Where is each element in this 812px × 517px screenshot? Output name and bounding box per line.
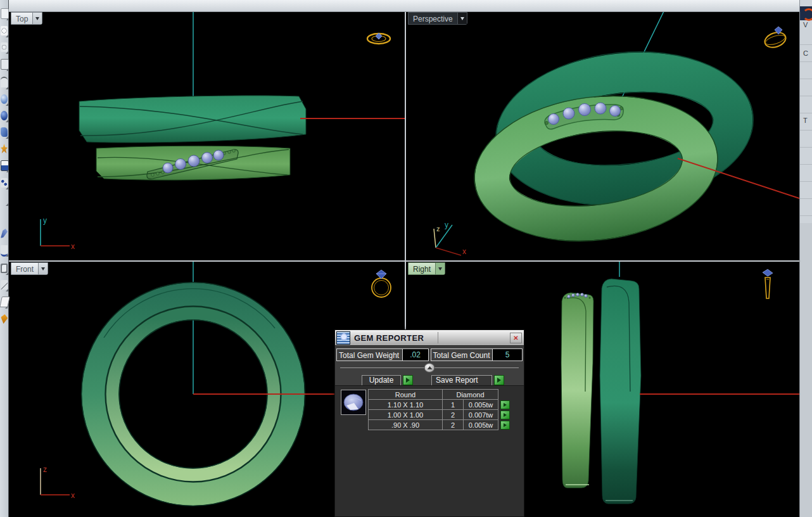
svg-text:x: x xyxy=(71,491,75,500)
gem-table-row: .90 X .90 2 0.005tw xyxy=(369,420,511,430)
squares-tool-icon[interactable] xyxy=(1,264,8,273)
play-icon xyxy=(406,378,410,383)
gem-totals-row: Total Gem Weight .02 Total Gem Count 5 xyxy=(335,346,524,362)
gem-reporter-app-icon xyxy=(336,331,350,345)
close-icon[interactable]: ✕ xyxy=(510,333,522,343)
gem-table-panel: Round Diamond 1.10 X 1.10 1 0.005tw 1.00… xyxy=(335,385,524,516)
gem-table-row: 1.10 X 1.10 1 0.005tw xyxy=(369,400,511,410)
dialog-title: GEM REPORTER xyxy=(354,333,424,343)
play-icon xyxy=(504,423,507,427)
curve-points-tool-icon[interactable] xyxy=(1,8,9,19)
gem-size-cell: 1.00 X 1.00 xyxy=(369,410,443,420)
viewport-title-perspective[interactable]: Perspective xyxy=(409,13,457,24)
gem-reporter-titlebar[interactable]: GEM REPORTER ✕ xyxy=(335,330,524,346)
shape-header-cell: Round xyxy=(369,390,443,400)
pencil-tool-icon[interactable] xyxy=(1,229,8,238)
viewport-tab-front[interactable]: Front xyxy=(11,262,48,275)
play-icon xyxy=(504,413,507,417)
sphere-tool-icon[interactable] xyxy=(1,94,8,104)
viewport-tab-perspective[interactable]: Perspective xyxy=(408,12,467,25)
polyline-tool-icon[interactable] xyxy=(1,195,8,204)
total-gem-count-label: Total Gem Count xyxy=(431,349,493,361)
svg-text:y: y xyxy=(445,220,448,229)
gem-table-row: 1.00 X 1.00 2 0.007tw xyxy=(369,410,511,420)
star-tool-icon[interactable] xyxy=(1,144,8,153)
svg-text:x: x xyxy=(462,247,466,256)
play-icon xyxy=(497,378,501,383)
ring-perspective-view-icon xyxy=(760,24,790,51)
gem-count-cell: 2 xyxy=(443,410,464,420)
svg-text:x: x xyxy=(71,242,75,251)
type-header-cell: Diamond xyxy=(443,390,498,400)
gem-thumbnail xyxy=(341,390,366,415)
total-gem-weight-box: Total Gem Weight .02 xyxy=(336,348,429,361)
gem-count-cell: 1 xyxy=(443,400,464,410)
viewport-tab-top[interactable]: Top xyxy=(11,12,42,25)
ring-side-view-icon xyxy=(758,268,778,303)
total-gem-count-box: Total Gem Count 5 xyxy=(431,348,523,361)
chevron-down-icon[interactable] xyxy=(38,263,48,274)
axis-indicator-perspective: z y x xyxy=(426,219,478,258)
gem-row-run-button[interactable] xyxy=(500,400,510,409)
gem-row-run-button[interactable] xyxy=(500,411,510,419)
gem-weight-cell: 0.007tw xyxy=(464,410,498,420)
gem-table: Round Diamond 1.10 X 1.10 1 0.005tw 1.00… xyxy=(368,389,511,430)
collapse-toggle-button[interactable] xyxy=(424,363,435,373)
blue-arc-tool-icon[interactable] xyxy=(1,245,8,257)
points-tool-icon[interactable] xyxy=(1,178,8,188)
gem-row-run-button[interactable] xyxy=(500,421,510,430)
gem-table-header-row: Round Diamond xyxy=(369,390,511,400)
save-report-run-button[interactable] xyxy=(494,375,504,385)
window-top-strip xyxy=(9,0,799,12)
left-toolbar xyxy=(0,0,9,517)
gem-count-cell: 2 xyxy=(443,420,464,430)
viewport-title-front[interactable]: Front xyxy=(11,263,38,274)
ring-top-view-icon xyxy=(364,28,393,48)
viewport-title-top[interactable]: Top xyxy=(11,13,32,24)
update-button[interactable]: Update xyxy=(362,375,401,386)
gem-size-cell: .90 X .90 xyxy=(369,420,443,430)
chevron-down-icon[interactable] xyxy=(457,13,467,24)
arc-tool-icon[interactable] xyxy=(1,77,8,87)
viewport-tab-right[interactable]: Right xyxy=(408,262,445,275)
gem-reporter-dialog: GEM REPORTER ✕ Total Gem Weight .02 Tota… xyxy=(334,329,524,517)
axis-indicator-top: y x xyxy=(30,214,78,251)
right-panel-edge: V C T xyxy=(799,0,812,517)
check-tool-icon[interactable] xyxy=(1,280,8,290)
titlebar-divider xyxy=(438,332,438,343)
viewport-top[interactable]: Top y x xyxy=(9,11,405,260)
surface-tool-icon[interactable] xyxy=(1,127,8,137)
save-report-button[interactable]: Save Report xyxy=(431,375,492,386)
gem-weight-cell: 0.005tw xyxy=(464,400,498,410)
svg-text:y: y xyxy=(43,216,47,225)
axis-indicator-front: z x xyxy=(30,463,78,500)
play-icon xyxy=(504,403,507,407)
panel-row-lines xyxy=(800,28,812,222)
panel-header-fragment xyxy=(800,6,812,20)
ellipse-tool-icon[interactable] xyxy=(1,26,8,35)
gem-size-cell: 1.10 X 1.10 xyxy=(369,400,443,410)
total-gem-weight-value: .02 xyxy=(402,349,428,361)
logo-fragment-icon xyxy=(802,8,812,21)
solid-sphere-tool-icon[interactable] xyxy=(1,111,8,120)
viewport-title-right[interactable]: Right xyxy=(409,263,435,274)
panel-bottom-fragment xyxy=(800,223,812,517)
rectangle-tool-icon[interactable] xyxy=(1,59,9,70)
total-gem-count-value: 5 xyxy=(492,349,522,361)
update-run-button[interactable] xyxy=(403,375,413,385)
chevron-down-icon[interactable] xyxy=(32,13,42,24)
svg-text:z: z xyxy=(436,225,440,233)
gem-weight-cell: 0.005tw xyxy=(464,420,498,430)
collapse-divider xyxy=(335,362,524,373)
viewport-perspective[interactable]: Perspective z y x xyxy=(406,11,799,260)
eraser-tool-icon[interactable] xyxy=(0,297,10,307)
chevron-up-icon xyxy=(427,366,432,369)
chevron-down-icon[interactable] xyxy=(435,263,445,274)
diamond-tool-icon[interactable] xyxy=(0,314,8,324)
total-gem-weight-label: Total Gem Weight xyxy=(337,349,402,361)
ring-front-view-icon xyxy=(368,268,395,300)
circle-tool-icon[interactable] xyxy=(1,42,8,52)
plane-tool-icon[interactable] xyxy=(1,160,9,171)
svg-text:z: z xyxy=(43,465,47,474)
